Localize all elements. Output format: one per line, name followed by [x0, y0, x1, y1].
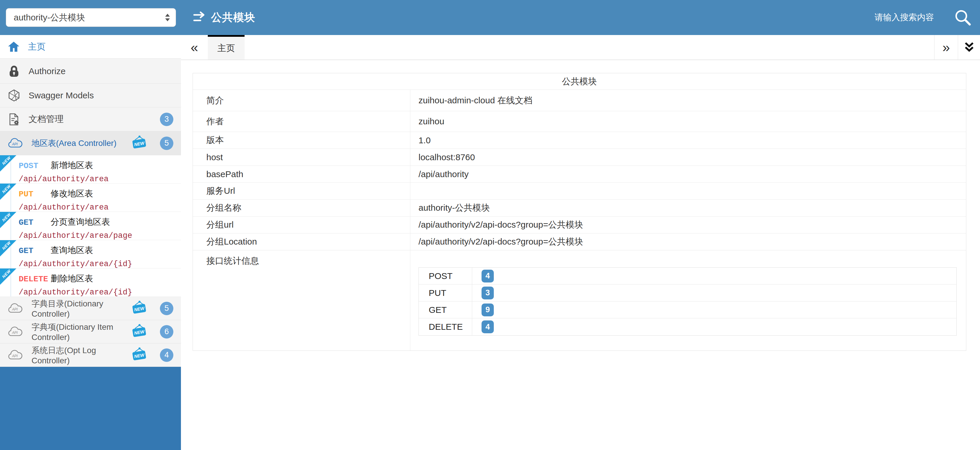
cloud-api-icon: API	[8, 326, 23, 338]
tabbar-spacer	[245, 35, 934, 60]
api-item[interactable]: NEW PUT 修改地区表 /api/authority/area	[0, 184, 181, 212]
brand: 公共模块	[192, 10, 255, 25]
sidebar-item-label: 文档管理	[29, 113, 152, 125]
sidebar-filler	[0, 367, 181, 450]
count-badge: 4	[482, 270, 494, 283]
svg-text:API: API	[12, 307, 18, 312]
table-row: 作者 zuihou	[193, 111, 966, 132]
sidebar-controller-dictionary[interactable]: API 字典目录(Dictionary Controller) NEW 5	[0, 297, 181, 320]
table-row: 分组Location /api/authority/v2/api-docs?gr…	[193, 233, 966, 250]
table-row: 分组url /api/authority/v2/api-docs?group=公…	[193, 216, 966, 233]
search-control[interactable]: 请输入搜索内容	[875, 8, 980, 27]
document-gear-icon	[8, 113, 21, 126]
controller-label: 系统日志(Opt Log Controller)	[32, 345, 123, 366]
module-info-table: 公共模块 简介 zuihou-admin-cloud 在线文档 作者 zuiho…	[192, 73, 966, 351]
count-badge: 9	[482, 304, 494, 316]
api-item[interactable]: NEW DELETE 删除地区表 /api/authority/area/{id…	[0, 269, 181, 297]
count-badge: 5	[160, 302, 173, 315]
tab-home[interactable]: 主页	[208, 35, 245, 60]
stats-row: POST 4	[419, 268, 956, 285]
sidebar-item-doc-manage[interactable]: 文档管理 3	[0, 107, 181, 131]
search-icon[interactable]	[953, 8, 972, 27]
new-corner-icon: NEW	[0, 184, 16, 200]
stats-row: DELETE 4	[419, 318, 956, 335]
api-item[interactable]: NEW GET 分页查询地区表 /api/authority/area/page	[0, 212, 181, 240]
sidebar-item-label: 主页	[28, 41, 173, 53]
api-name: 删除地区表	[51, 274, 93, 283]
home-icon	[8, 41, 20, 53]
sidebar-item-home[interactable]: 主页	[0, 35, 181, 59]
svg-text:API: API	[12, 354, 18, 358]
count-badge: 3	[482, 286, 494, 299]
sidebar-item-authorize[interactable]: Authorize	[0, 59, 181, 84]
table-row: host localhost:8760	[193, 148, 966, 165]
tab-bar: « 主页 »	[181, 35, 980, 60]
tabs-scroll-left-button[interactable]: «	[181, 35, 208, 60]
search-placeholder-text: 请输入搜索内容	[875, 12, 934, 23]
cloud-api-icon: API	[8, 303, 23, 314]
count-badge: 5	[160, 137, 173, 150]
select-spinner-icon	[165, 14, 170, 21]
api-list: NEW POST 新增地区表 /api/authority/area NEW P…	[0, 155, 181, 297]
api-method: POST	[19, 161, 49, 170]
double-chevron-down-icon	[963, 41, 975, 53]
table-row: 服务Url	[193, 182, 966, 199]
table-row: 简介 zuihou-admin-cloud 在线文档	[193, 90, 966, 111]
sidebar-item-label: Authorize	[29, 66, 173, 76]
sidebar-controller-area[interactable]: API 地区表(Area Controller) NEW 5	[0, 131, 181, 155]
cloud-api-icon: API	[8, 137, 23, 149]
count-badge: 4	[160, 348, 173, 362]
api-path: /api/authority/area	[19, 203, 181, 212]
main-area: « 主页 » 公共模块 简介 zuihou-admin-cloud 在线文档 作…	[181, 35, 980, 450]
hexagon-model-icon	[8, 89, 21, 102]
cloud-api-icon: API	[8, 349, 23, 361]
count-badge: 4	[482, 320, 494, 333]
table-title: 公共模块	[193, 73, 966, 90]
api-name: 查询地区表	[51, 245, 93, 255]
svg-text:API: API	[12, 142, 18, 146]
api-method: PUT	[19, 190, 49, 199]
tabs-menu-button[interactable]	[958, 35, 980, 60]
group-select[interactable]: authority-公共模块	[6, 8, 176, 27]
api-path: /api/authority/area/page	[19, 231, 181, 240]
sidebar-controller-optlog[interactable]: API 系统日志(Opt Log Controller) NEW 4	[0, 343, 181, 367]
sidebar: 主页 Authorize Swagger Models	[0, 35, 181, 450]
tabs-scroll-right-button[interactable]: »	[934, 35, 958, 60]
new-badge-icon: NEW	[131, 300, 148, 316]
api-item[interactable]: NEW GET 查询地区表 /api/authority/area/{id}	[0, 240, 181, 269]
table-row: basePath /api/authority	[193, 165, 966, 182]
table-row: 分组名称 authority-公共模块	[193, 199, 966, 216]
sidebar-controller-dictionary-item[interactable]: API 字典项(Dictionary Item Controller) NEW …	[0, 320, 181, 343]
api-method: GET	[19, 218, 49, 227]
api-method: GET	[19, 246, 49, 255]
sidebar-item-swagger-models[interactable]: Swagger Models	[0, 84, 181, 107]
lock-icon	[8, 65, 21, 78]
new-corner-icon: NEW	[0, 269, 16, 285]
new-badge-icon: NEW	[131, 324, 148, 340]
api-name: 分页查询地区表	[51, 217, 110, 226]
sidebar-item-label: Swagger Models	[29, 91, 173, 100]
api-method: DELETE	[19, 275, 49, 284]
table-row: 版本 1.0	[193, 132, 966, 148]
api-stats-row: 接口统计信息 POST 4 PUT 3 G	[193, 250, 966, 350]
controller-label: 地区表(Area Controller)	[32, 138, 123, 149]
svg-text:API: API	[12, 331, 18, 335]
api-path: /api/authority/area	[19, 175, 181, 184]
api-item[interactable]: NEW POST 新增地区表 /api/authority/area	[0, 155, 181, 184]
new-badge-icon: NEW	[131, 347, 148, 363]
swap-arrows-icon	[192, 11, 206, 24]
stats-row: PUT 3	[419, 285, 956, 302]
count-badge: 3	[160, 113, 173, 126]
new-corner-icon: NEW	[0, 155, 16, 172]
api-path: /api/authority/area/{id}	[19, 260, 181, 269]
controller-label: 字典目录(Dictionary Controller)	[32, 298, 123, 319]
count-badge: 6	[160, 325, 173, 339]
app-header: authority-公共模块 公共模块 请输入搜索内容	[0, 0, 980, 35]
group-select-value: authority-公共模块	[14, 12, 85, 24]
stats-label: 接口统计信息	[193, 250, 410, 350]
stats-row: GET 9	[419, 302, 956, 318]
new-badge-icon: NEW	[131, 135, 148, 151]
controller-label: 字典项(Dictionary Item Controller)	[32, 321, 123, 342]
api-name: 修改地区表	[51, 189, 93, 198]
api-path: /api/authority/area/{id}	[19, 288, 181, 297]
